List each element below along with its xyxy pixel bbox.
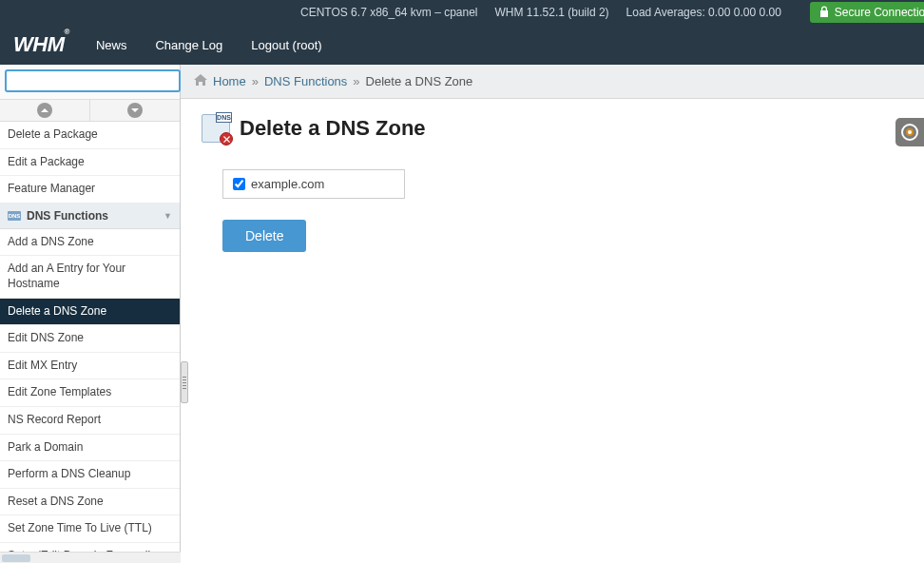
nav-change-log[interactable]: Change Log	[155, 38, 222, 52]
chevron-up-icon	[37, 103, 52, 118]
sidebar-item[interactable]: Edit a Package	[0, 149, 180, 177]
breadcrumb-sep: »	[353, 74, 359, 88]
domain-row[interactable]: example.com	[222, 169, 405, 199]
content-inner: DNS Delete a DNS Zone example.com Delete	[181, 99, 924, 563]
help-widget[interactable]	[895, 118, 924, 146]
sidebar-item[interactable]: Delete a Package	[0, 122, 180, 149]
chevron-down-icon	[127, 103, 143, 118]
lock-icon	[819, 6, 829, 20]
breadcrumb: Home » DNS Functions » Delete a DNS Zone	[181, 65, 924, 99]
breadcrumb-home[interactable]: Home	[213, 74, 246, 88]
dns-section-icon: DNS	[8, 211, 21, 221]
page-title: Delete a DNS Zone	[240, 116, 426, 141]
breadcrumb-current: Delete a DNS Zone	[366, 74, 473, 88]
home-icon	[194, 74, 207, 88]
top-status-bar: CENTOS 6.7 x86_64 kvm – cpanel WHM 11.52…	[0, 0, 924, 25]
domain-label: example.com	[251, 177, 324, 191]
whm-version: WHM 11.52.1 (build 2)	[495, 6, 609, 19]
sidebar-resize-handle[interactable]	[181, 361, 188, 403]
section-label: DNS Functions	[27, 209, 108, 223]
sidebar: Delete a PackageEdit a PackageFeature Ma…	[0, 65, 181, 563]
sidebar-item[interactable]: Add an A Entry for Your Hostname	[0, 256, 180, 298]
collapse-all-button[interactable]	[0, 100, 90, 121]
sidebar-item[interactable]: Park a Domain	[0, 435, 180, 462]
sidebar-item[interactable]: Reset a DNS Zone	[0, 489, 180, 516]
search-input[interactable]	[5, 69, 181, 92]
page-header: DNS Delete a DNS Zone	[202, 114, 903, 143]
sidebar-item[interactable]: NS Record Report	[0, 407, 180, 435]
sidebar-section-dns[interactable]: DNSDNS Functions▼	[0, 204, 180, 229]
sidebar-item[interactable]: Edit Zone Templates	[0, 379, 180, 407]
close-icon	[220, 132, 233, 146]
domain-checkbox[interactable]	[233, 178, 245, 190]
sidebar-item[interactable]: Edit MX Entry	[0, 353, 180, 380]
secure-connection-label: Secure Connection	[835, 6, 924, 19]
sidebar-horizontal-scrollbar[interactable]	[0, 552, 181, 563]
sidebar-item[interactable]: Add a DNS Zone	[0, 229, 180, 257]
lifebuoy-icon	[901, 124, 918, 141]
sidebar-item[interactable]: Delete a DNS Zone	[0, 299, 180, 326]
nav-logout[interactable]: Logout (root)	[251, 38, 321, 52]
breadcrumb-sep: »	[252, 74, 259, 88]
sidebar-item[interactable]: Perform a DNS Cleanup	[0, 461, 180, 489]
sidebar-list[interactable]: Delete a PackageEdit a PackageFeature Ma…	[0, 122, 180, 563]
sidebar-item[interactable]: Feature Manager	[0, 176, 180, 204]
sidebar-search-row	[0, 65, 180, 100]
app-body: Delete a PackageEdit a PackageFeature Ma…	[0, 65, 924, 563]
sidebar-item[interactable]: Set Zone Time To Live (TTL)	[0, 515, 180, 543]
whm-logo[interactable]: WHM®	[13, 32, 69, 57]
dns-delete-icon: DNS	[202, 114, 230, 143]
sidebar-item[interactable]: Edit DNS Zone	[0, 325, 180, 353]
delete-button[interactable]: Delete	[222, 220, 306, 252]
sidebar-collapse-arrows	[0, 100, 180, 122]
load-averages: Load Averages: 0.00 0.00 0.00	[626, 6, 781, 19]
content: Home » DNS Functions » Delete a DNS Zone…	[181, 65, 924, 563]
expand-all-button[interactable]	[90, 100, 180, 121]
secure-connection-badge[interactable]: Secure Connection	[810, 2, 924, 23]
main-navbar: WHM® News Change Log Logout (root)	[0, 25, 924, 65]
os-info: CENTOS 6.7 x86_64 kvm – cpanel	[300, 6, 478, 19]
breadcrumb-section[interactable]: DNS Functions	[264, 74, 347, 88]
delete-zone-form: example.com Delete	[222, 169, 903, 252]
nav-news[interactable]: News	[96, 38, 127, 52]
chevron-down-icon: ▼	[164, 211, 172, 221]
